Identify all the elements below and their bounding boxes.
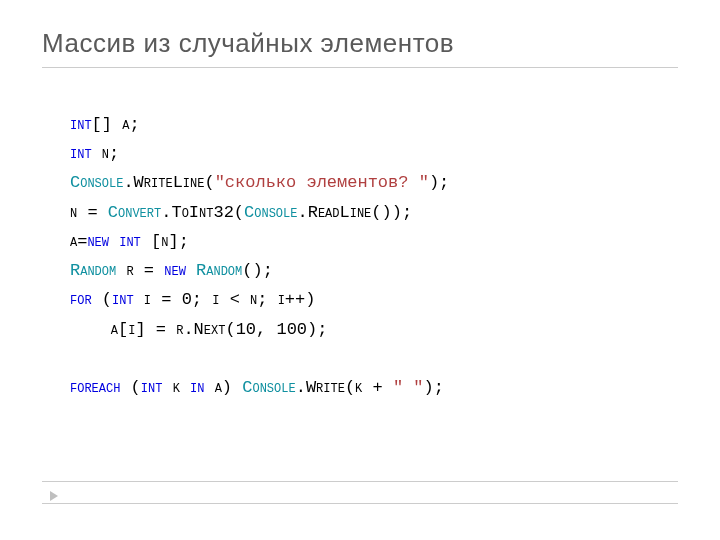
code-text: (: [92, 290, 112, 309]
string-literal: " ": [393, 378, 424, 397]
type: Console: [244, 203, 297, 222]
string-literal: "сколько элементов? ": [215, 173, 429, 192]
code-text: [n];: [141, 232, 189, 251]
code-text: r =: [116, 261, 164, 280]
code-area: int[] a; int n; Console.WriteLine("сколь…: [42, 110, 678, 402]
type: Random: [186, 261, 242, 280]
slide-title: Массив из случайных элементов: [42, 28, 678, 68]
code-text: .Write(k +: [296, 378, 393, 397]
keyword: foreach: [70, 378, 120, 397]
keyword: int: [70, 115, 92, 134]
code-text: [] a;: [92, 115, 140, 134]
type: Convert: [108, 203, 161, 222]
code-text: .ReadLine());: [297, 203, 412, 222]
divider: [42, 503, 678, 504]
code-block: int[] a; int n; Console.WriteLine("сколь…: [70, 110, 678, 402]
keyword: new: [87, 232, 109, 251]
type: Console: [70, 173, 123, 192]
code-text: .ToInt32(: [161, 203, 244, 222]
keyword: int: [141, 378, 163, 397]
code-text: n =: [70, 203, 108, 222]
code-text: ();: [242, 261, 273, 280]
code-text: );: [429, 173, 449, 192]
code-text: .WriteLine(: [123, 173, 214, 192]
code-text: a): [204, 378, 242, 397]
keyword: int: [112, 290, 134, 309]
keyword: int: [119, 232, 141, 251]
code-text: a[i] = r.Next(10, 100);: [70, 320, 327, 339]
divider: [42, 481, 678, 482]
keyword: for: [70, 290, 92, 309]
type: Random: [70, 261, 116, 280]
slide: Массив из случайных элементов int[] a; i…: [0, 0, 720, 540]
code-text: i = 0; i < n; i++): [134, 290, 316, 309]
space: [109, 232, 119, 251]
code-text: n;: [92, 144, 120, 163]
code-text: );: [424, 378, 444, 397]
code-text: (: [120, 378, 140, 397]
type: Console: [242, 378, 295, 397]
bullet-icon: [50, 491, 58, 501]
keyword: int: [70, 144, 92, 163]
keyword: new: [164, 261, 186, 280]
code-text: a=: [70, 232, 87, 251]
keyword: in: [190, 378, 204, 397]
code-text: k: [162, 378, 190, 397]
